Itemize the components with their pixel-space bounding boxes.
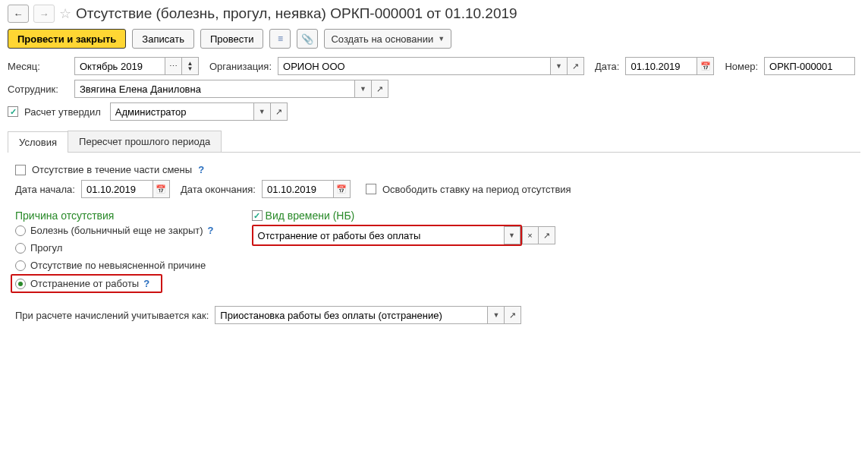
time-type-column: Вид времени (НБ) ▼ × ↗ [252,210,555,246]
reason-truancy-row: Прогул [15,239,214,257]
arrow-right-icon: → [39,8,49,20]
arrow-left-icon: ← [14,8,24,20]
tab-recalc[interactable]: Пересчет прошлого периода [68,131,222,152]
employee-label: Сотрудник: [8,84,68,95]
calc-approved-checkbox[interactable] [8,106,18,117]
star-icon[interactable]: ☆ [59,5,71,22]
calc-approved-label: Расчет утвердил [24,106,101,118]
employee-field-group: ▼ ↗ [74,80,388,98]
date-start-label: Дата начала: [15,184,75,195]
approver-input[interactable] [110,102,254,121]
post-button[interactable]: Провести [200,29,264,49]
reason-suspension-label: Отстранение от работы [30,278,139,289]
org-open-button[interactable]: ↗ [568,57,584,75]
reason-unknown-radio[interactable] [15,260,26,271]
reason-section: Причина отсутствия Болезнь (больничный е… [15,210,853,293]
part-shift-label: Отсутствие в течение части смены [32,164,192,175]
toolbar: Провести и закрыть Записать Провести ≡ 📎… [0,26,868,55]
date-label: Дата: [595,61,619,72]
time-type-title: Вид времени (НБ) [266,210,355,222]
date-start-group: 📅 [81,180,170,198]
reason-illness-radio[interactable] [15,225,26,236]
month-picker-button[interactable]: ⋯ [165,57,182,75]
calc-as-label: При расчете начислений учитывается как: [15,310,209,321]
date-end-input[interactable] [262,180,334,198]
time-type-clear-button[interactable]: × [522,226,539,244]
release-rate-label: Освободить ставку на период отсутствия [382,184,571,195]
org-field-group: ▼ ↗ [278,57,584,75]
part-shift-help[interactable]: ? [198,164,204,175]
time-type-group: ▼ × ↗ [252,225,555,246]
number-label: Номер: [725,61,758,72]
reason-column: Причина отсутствия Болезнь (больничный е… [15,210,214,293]
employee-row: Сотрудник: ▼ ↗ [0,77,868,100]
reason-suspension-help[interactable]: ? [143,278,149,289]
list-icon: ≡ [278,36,283,43]
time-type-dropdown-button[interactable]: ▼ [504,226,520,244]
tab-conditions[interactable]: Условия [8,131,68,153]
employee-open-button[interactable]: ↗ [372,80,388,98]
calc-as-open-button[interactable]: ↗ [505,306,521,324]
reason-unknown-label: Отсутствие по невыясненной причине [30,260,206,271]
month-input[interactable] [74,57,165,75]
date-end-label: Дата окончания: [181,184,256,195]
time-type-checkbox[interactable] [252,210,263,221]
reason-suspension-row: Отстранение от работы ? [11,274,162,293]
date-calendar-button[interactable]: 📅 [697,57,714,75]
reason-illness-help[interactable]: ? [208,225,214,236]
calc-as-row: При расчете начислений учитывается как: … [15,304,853,326]
month-spinner-button[interactable]: ▲▼ [182,57,199,75]
write-button[interactable]: Записать [132,29,194,49]
date-end-group: 📅 [262,180,351,198]
reason-suspension-radio[interactable] [15,279,26,289]
date-input[interactable] [625,57,697,75]
reason-unknown-row: Отсутствие по невыясненной причине [15,257,214,274]
approver-row: Расчет утвердил ▼ ↗ [0,100,868,123]
month-label: Месяц: [8,61,68,72]
tabs: Условия Пересчет прошлого периода [8,131,860,153]
time-type-title-row: Вид времени (НБ) [252,210,555,222]
part-shift-row: Отсутствие в течение части смены ? [15,162,853,178]
approver-dropdown-button[interactable]: ▼ [254,102,271,121]
reason-truancy-radio[interactable] [15,243,26,254]
approver-open-button[interactable]: ↗ [271,102,288,121]
post-and-close-button[interactable]: Провести и закрыть [8,29,126,49]
approver-field-group: ▼ ↗ [110,102,288,121]
calc-as-dropdown-button[interactable]: ▼ [488,306,505,324]
paperclip-icon: 📎 [301,33,313,45]
tab-content-conditions: Отсутствие в течение части смены ? Дата … [0,153,868,336]
chevron-down-icon: ▼ [438,35,445,43]
titlebar: ← → ☆ Отсутствие (болезнь, прогул, неявк… [0,0,868,26]
number-input[interactable] [764,57,855,75]
nav-back-button[interactable]: ← [8,5,29,23]
create-based-on-button[interactable]: Создать на основании ▼ [324,29,451,49]
nav-forward-button[interactable]: → [33,5,55,23]
date-field-group: 📅 [625,57,714,75]
reason-truancy-label: Прогул [30,242,62,254]
employee-input[interactable] [74,80,355,98]
org-dropdown-button[interactable]: ▼ [551,57,568,75]
page-title: Отсутствие (болезнь, прогул, неявка) ОРК… [76,5,517,22]
calc-as-group: ▼ ↗ [215,306,521,324]
header-fields-row-1: Месяц: ⋯ ▲▼ Организация: ▼ ↗ Дата: 📅 Ном… [0,55,868,77]
date-start-calendar-button[interactable]: 📅 [153,180,170,198]
time-type-input[interactable] [253,226,504,244]
time-type-open-button[interactable]: ↗ [539,226,555,244]
document-movements-button[interactable]: ≡ [269,29,291,49]
month-field-group: ⋯ ▲▼ [74,57,199,75]
org-label: Организация: [209,61,272,72]
reason-illness-row: Болезнь (больничный еще не закрыт) ? [15,222,214,239]
dates-row: Дата начала: 📅 Дата окончания: 📅 Освобод… [15,178,853,200]
calc-as-input[interactable] [215,306,488,324]
release-rate-checkbox[interactable] [366,184,376,194]
part-shift-checkbox[interactable] [15,165,26,175]
date-end-calendar-button[interactable]: 📅 [334,180,351,198]
reason-illness-label: Болезнь (больничный еще не закрыт) [30,225,203,236]
attachments-button[interactable]: 📎 [297,29,318,49]
reason-title: Причина отсутствия [15,210,214,222]
date-start-input[interactable] [81,180,153,198]
create-based-on-label: Создать на основании [331,33,433,45]
time-type-highlight: ▼ [252,225,522,246]
employee-dropdown-button[interactable]: ▼ [355,80,372,98]
org-input[interactable] [278,57,551,75]
